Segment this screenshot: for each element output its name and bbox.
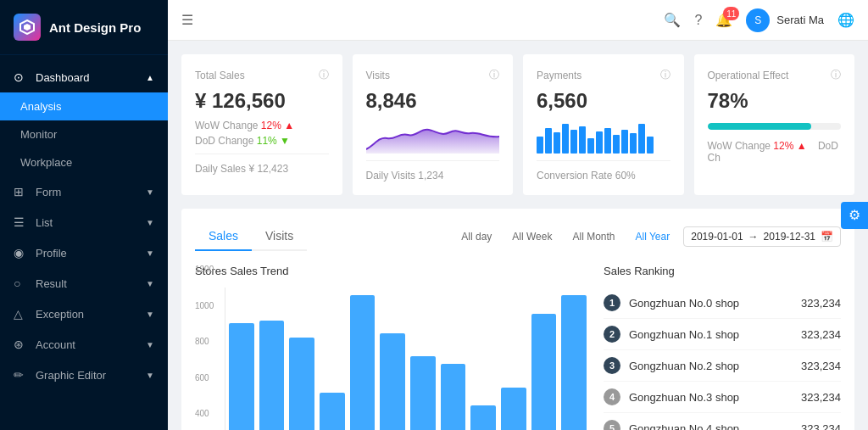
visits-wave-chart (366, 120, 500, 154)
sidebar-item-profile[interactable]: ◉ Profile ▼ (0, 237, 168, 268)
bar (350, 295, 376, 430)
pay-bar (537, 137, 543, 154)
header: ☰ 🔍 ? 🔔 11 S Serati Ma 🌐 (168, 0, 868, 41)
graphic-editor-icon: ✏ (14, 368, 27, 382)
settings-fab[interactable]: ⚙ (841, 202, 868, 229)
bar-group[interactable] (410, 356, 436, 430)
rank-name: Gongzhuan No.0 shop (629, 297, 739, 310)
y-label: 1200 (195, 265, 220, 274)
logo-icon (14, 14, 41, 41)
total-sales-wow: WoW Change 12% ▲ (195, 120, 329, 131)
rankings-container: 1 Gongzhuan No.0 shop 323,234 2 Gongzhua… (604, 288, 841, 430)
visits-value: 8,846 (366, 89, 500, 113)
avatar: S (746, 8, 770, 32)
bar-group[interactable] (501, 388, 526, 430)
logo[interactable]: Ant Design Pro (0, 0, 168, 55)
pay-bar (587, 138, 594, 154)
date-range-picker[interactable]: 2019-01-01 → 2019-12-31 📅 (683, 226, 841, 247)
pay-bar (630, 133, 637, 154)
filter-all-month[interactable]: All Month (565, 227, 621, 246)
sidebar-item-workplace[interactable]: Workplace (0, 148, 168, 176)
chevron-down-icon5: ▼ (146, 310, 154, 319)
payments-info[interactable]: ⓘ (660, 68, 670, 82)
bar-chart-area: Stores Sales Trend 020040060080010001200… (195, 265, 590, 430)
bar (561, 295, 587, 430)
time-filters: All day All Week All Month All Year 2019… (454, 226, 841, 247)
bar-group[interactable] (320, 393, 345, 430)
rank-value: 323,234 (801, 297, 841, 310)
main-area: ☰ 🔍 ? 🔔 11 S Serati Ma 🌐 Total (168, 0, 868, 430)
bar-group[interactable] (259, 321, 285, 430)
sidebar-item-list[interactable]: ☰ List ▼ (0, 207, 168, 237)
bar-group[interactable] (441, 364, 466, 430)
menu-icon[interactable]: ☰ (181, 12, 193, 28)
operational-value: 78% (708, 89, 842, 113)
sidebar-item-exception[interactable]: △ Exception ▼ (0, 299, 168, 329)
rank-number: 5 (604, 420, 620, 430)
list-icon: ☰ (14, 215, 27, 229)
stat-card-total-sales: Total Sales ⓘ ¥ 126,560 WoW Change 12% ▲… (181, 54, 342, 195)
y-label: 1000 (195, 301, 220, 310)
language-icon[interactable]: 🌐 (837, 12, 854, 28)
operational-info[interactable]: ⓘ (831, 68, 841, 82)
filter-all-day[interactable]: All day (454, 227, 498, 246)
result-icon: ○ (14, 276, 27, 290)
user-menu[interactable]: S Serati Ma (746, 8, 824, 32)
rank-number: 3 (604, 357, 620, 374)
bar-group[interactable] (561, 295, 587, 430)
chevron-down-icon2: ▼ (146, 218, 154, 227)
rank-value: 323,234 (801, 391, 841, 404)
pay-bar (621, 130, 628, 154)
bar-group[interactable] (229, 323, 254, 430)
filter-all-year[interactable]: All Year (629, 227, 677, 246)
bar-group[interactable] (380, 333, 405, 430)
header-right: 🔍 ? 🔔 11 S Serati Ma 🌐 (664, 8, 854, 32)
sidebar-item-graphic-editor[interactable]: ✏ Graphic Editor ▼ (0, 360, 168, 390)
rank-left: 1 Gongzhuan No.0 shop (604, 294, 739, 311)
help-icon[interactable]: ? (694, 13, 702, 28)
exception-icon: △ (14, 307, 27, 321)
search-icon[interactable]: 🔍 (664, 12, 681, 28)
sidebar-item-dashboard[interactable]: ⊙ Dashboard ▲ (0, 62, 168, 92)
rank-value: 323,234 (801, 422, 841, 431)
y-label: 800 (195, 337, 220, 346)
sidebar-item-monitor[interactable]: Monitor (0, 120, 168, 148)
tab-visits[interactable]: Visits (252, 222, 307, 251)
stats-row: Total Sales ⓘ ¥ 126,560 WoW Change 12% ▲… (181, 54, 854, 195)
total-sales-info[interactable]: ⓘ (319, 68, 329, 82)
sidebar-item-form[interactable]: ⊞ Form ▼ (0, 176, 168, 207)
y-label: 400 (195, 409, 220, 418)
bar-group[interactable] (350, 295, 376, 430)
bar (501, 388, 526, 430)
pay-bar (570, 130, 577, 154)
tab-sales[interactable]: Sales (195, 222, 252, 251)
sidebar-item-analysis[interactable]: Analysis (0, 92, 168, 120)
payments-bar-chart (537, 120, 670, 154)
ranking-item: 5 Gongzhuan No.4 shop 323,234 (604, 413, 841, 430)
rank-number: 2 (604, 326, 620, 343)
bar-group[interactable] (531, 314, 557, 430)
notification-bell[interactable]: 🔔 11 (715, 12, 732, 28)
account-icon: ⊛ (14, 338, 27, 351)
rank-name: Gongzhuan No.2 shop (629, 360, 739, 372)
rank-left: 5 Gongzhuan No.4 shop (604, 420, 739, 430)
date-separator: → (748, 231, 759, 243)
dashboard-icon: ⊙ (14, 70, 27, 84)
app-name: Ant Design Pro (49, 20, 141, 35)
pay-bar (554, 132, 560, 154)
rank-number: 4 (604, 388, 620, 405)
y-label: 600 (195, 373, 220, 383)
bar-group[interactable] (289, 338, 314, 430)
sidebar-item-result[interactable]: ○ Result ▼ (0, 268, 168, 299)
pay-bar (604, 128, 611, 154)
rank-left: 2 Gongzhuan No.1 shop (604, 326, 739, 343)
sidebar-item-account[interactable]: ⊛ Account ▼ (0, 329, 168, 360)
filter-all-week[interactable]: All Week (505, 227, 559, 246)
chevron-down-icon6: ▼ (146, 340, 154, 349)
header-left: ☰ (181, 12, 193, 28)
y-axis: 020040060080010001200 (195, 265, 220, 430)
username: Serati Ma (776, 14, 824, 26)
bar (470, 405, 496, 430)
bar-group[interactable] (470, 405, 496, 430)
visits-info[interactable]: ⓘ (489, 68, 499, 82)
